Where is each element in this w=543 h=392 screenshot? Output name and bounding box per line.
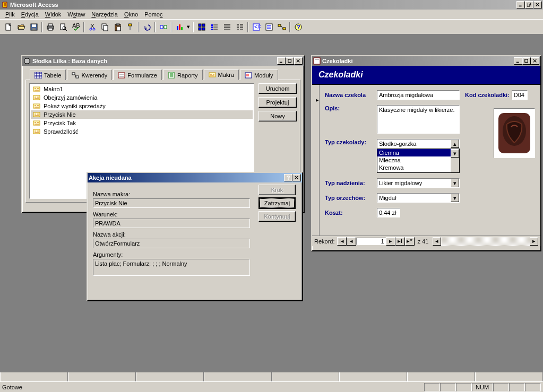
help-icon[interactable]: ?	[292, 21, 304, 33]
last-record-button[interactable]: ▸I	[395, 237, 405, 246]
svg-rect-61	[525, 59, 528, 63]
menu-widok[interactable]: Widok	[42, 11, 65, 18]
details-icon[interactable]	[234, 21, 246, 33]
db-minimize-button[interactable]	[277, 57, 286, 65]
next-record-button[interactable]: ▸	[386, 237, 395, 246]
menu-pomoc[interactable]: Pomoc	[141, 11, 166, 18]
dropdown-option[interactable]: Mleczna	[377, 156, 459, 164]
svg-rect-20	[130, 26, 131, 30]
format-painter-icon[interactable]	[124, 21, 136, 33]
form-close-button[interactable]	[531, 57, 539, 65]
menu-edycja[interactable]: Edycja	[18, 11, 42, 18]
preview-icon[interactable]	[57, 21, 69, 33]
name-field[interactable]	[377, 90, 460, 100]
menu-okno[interactable]: Okno	[121, 11, 141, 18]
nuts-combobox[interactable]: Migdał ▾	[377, 193, 460, 203]
chevron-down-icon[interactable]: ▾	[451, 194, 459, 202]
dialog-titlebar[interactable]: Akcja nieudana ?	[88, 173, 302, 182]
design-button[interactable]: Projektuj	[258, 97, 297, 108]
menu-plik[interactable]: Plik	[2, 11, 18, 18]
halt-button[interactable]: Zatrzymaj	[258, 197, 296, 209]
db-maximize-button[interactable]	[286, 57, 294, 65]
menu-narzedzia[interactable]: Narzędzia	[88, 11, 121, 18]
tab-moduly[interactable]: Moduły	[240, 69, 278, 80]
app-minimize-button[interactable]	[516, 1, 525, 8]
scroll-left-icon[interactable]: ◂	[433, 237, 441, 246]
new-record-button[interactable]: ▸*	[405, 237, 415, 246]
svg-point-13	[90, 28, 92, 30]
db-titlebar[interactable]: Słodka Lilka : Baza danych	[22, 56, 304, 66]
label-arguments: Argumenty:	[93, 251, 297, 258]
svg-text:?: ?	[297, 24, 300, 30]
status-num: NUM	[472, 383, 493, 391]
relationships-icon[interactable]	[275, 21, 288, 33]
status-text: Gotowe	[2, 384, 424, 390]
svg-text:</>: </>	[254, 23, 261, 30]
code-field[interactable]	[512, 90, 528, 100]
label-action-name: Nazwa akcji:	[93, 231, 297, 238]
dialog-help-button[interactable]: ?	[284, 174, 292, 181]
type-dropdown-list[interactable]: Ciemna Mleczna Kremowa ▾	[377, 149, 460, 173]
form-maximize-button[interactable]	[522, 57, 531, 65]
label-name: Nazwa czekola	[325, 92, 377, 98]
small-icons-icon[interactable]	[208, 21, 220, 33]
tab-tabele[interactable]: Tabele	[30, 69, 66, 80]
open-icon[interactable]	[15, 21, 27, 33]
chevron-down-icon[interactable]: ▾	[451, 149, 459, 158]
chevron-down-icon[interactable]: ▾	[451, 179, 459, 187]
label-code: Kod czekoladki:	[465, 92, 510, 98]
type-combobox[interactable]: Słodko-gorzka ▴	[377, 139, 460, 149]
list-item[interactable]: SprawdzIlość	[31, 127, 253, 136]
db-close-button[interactable]	[294, 57, 303, 65]
list-item[interactable]: Makro1	[31, 85, 253, 93]
tab-raporty[interactable]: Raporty	[163, 69, 203, 80]
record-number-field[interactable]	[356, 238, 386, 245]
svg-rect-59	[315, 59, 319, 60]
prev-record-button[interactable]: ◂	[347, 237, 356, 246]
continue-button[interactable]: Kontynuuj	[258, 211, 296, 222]
first-record-button[interactable]: I◂	[337, 237, 347, 246]
list-item-selected[interactable]: Przycisk Nie	[31, 110, 253, 119]
cut-icon[interactable]	[86, 21, 98, 33]
list-item[interactable]: Przycisk Tak	[31, 119, 253, 127]
menu-wstaw[interactable]: Wstaw	[64, 11, 88, 18]
code-icon[interactable]: </>	[250, 21, 262, 33]
dialog-close-button[interactable]	[292, 174, 301, 181]
save-icon[interactable]	[28, 21, 40, 33]
analyze-icon[interactable]	[174, 21, 186, 33]
office-links-icon[interactable]	[157, 21, 169, 33]
app-restore-button[interactable]	[525, 1, 533, 8]
step-button[interactable]: Krok	[258, 185, 296, 195]
spellcheck-icon[interactable]: ABC	[70, 21, 82, 33]
svg-rect-9	[48, 28, 53, 30]
svg-rect-0	[519, 6, 522, 7]
properties-icon[interactable]	[263, 21, 275, 33]
cost-field[interactable]	[377, 208, 400, 217]
app-close-button[interactable]	[533, 1, 542, 8]
new-icon[interactable]	[2, 21, 14, 33]
tab-formularze[interactable]: Formularze	[113, 69, 162, 80]
chevron-up-icon[interactable]: ▴	[451, 140, 459, 148]
dropdown-option[interactable]: Kremowa	[377, 164, 459, 171]
run-button[interactable]: Uruchom	[258, 83, 297, 94]
copy-icon[interactable]	[99, 21, 111, 33]
paste-icon[interactable]	[111, 21, 124, 33]
form-minimize-button[interactable]	[514, 57, 522, 65]
horizontal-scrollbar[interactable]: ◂ ▸	[433, 237, 538, 246]
tab-makra[interactable]: Makra	[204, 69, 239, 80]
form-titlebar[interactable]: Czekoladki	[312, 56, 540, 66]
scroll-right-icon[interactable]: ▸	[530, 237, 538, 246]
new-button[interactable]: Nowy	[258, 111, 297, 121]
tab-kwerendy[interactable]: Kwerendy	[67, 69, 112, 80]
list-item[interactable]: Pokaż wyniki sprzedaży	[31, 102, 253, 110]
analyze-dropdown-icon[interactable]: ▾	[186, 21, 191, 33]
large-icons-icon[interactable]	[195, 21, 208, 33]
desc-field[interactable]	[377, 105, 460, 134]
undo-icon[interactable]	[141, 21, 153, 33]
filling-combobox[interactable]: Likier migdałowy ▾	[377, 178, 460, 188]
list-item[interactable]: Obejrzyj zamówienia	[31, 93, 253, 102]
dropdown-option[interactable]: Ciemna	[377, 149, 459, 156]
mdi-client-area: Słodka Lilka : Baza danych Tabele Kweren…	[0, 34, 543, 372]
print-icon[interactable]	[44, 21, 56, 33]
list-icon[interactable]	[221, 21, 233, 33]
